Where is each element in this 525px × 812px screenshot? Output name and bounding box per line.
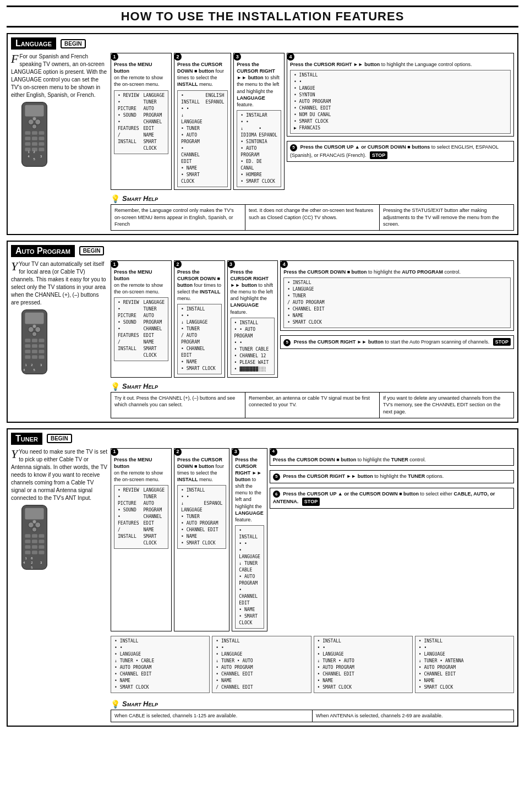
- svg-rect-14: [39, 142, 44, 146]
- svg-rect-58: [25, 545, 30, 549]
- language-smart-help-row: Remember, the Language control only make…: [111, 204, 514, 231]
- auto-screen3: • INSTALL • • AUTO PROGRAM • • • TUNER C…: [231, 318, 275, 375]
- language-begin-badge: BEGIN: [61, 39, 86, 48]
- svg-text:2: 2: [33, 150, 35, 154]
- language-screen2: • INSTALL • • ↓ LANGUAGE • TUNER • AUTO …: [177, 90, 228, 187]
- svg-point-4: [32, 124, 36, 129]
- svg-rect-62: [32, 551, 37, 554]
- auto-smart-help: 💡 Smart Help Try it out. Press the CHANN…: [111, 382, 514, 418]
- tuner-begin-badge: BEGIN: [47, 434, 72, 443]
- tuner-screen2: • INSTALL • • ↓ LANGUAGEESPANOL • TUNER …: [177, 485, 226, 549]
- tuner-top-steps: 1 Press the MENU buttonon the remote to …: [111, 448, 514, 631]
- svg-text:1: 1: [28, 150, 29, 154]
- auto-step-5: 5 Press the CURSOR RIGHT ►► button to st…: [280, 335, 514, 349]
- svg-rect-11: [39, 137, 44, 140]
- svg-point-51: [32, 520, 36, 524]
- tuner-step-1: 1 Press the MENU buttonon the remote to …: [111, 448, 172, 631]
- svg-rect-52: [25, 534, 30, 538]
- remote-image-tuner: 1 6 4 2 3 5: [11, 504, 58, 573]
- svg-rect-33: [32, 344, 37, 348]
- tuner-step-5b: 5 Press the CURSOR RIGHT ►► button to hi…: [270, 470, 514, 483]
- language-intro-text: F For our Spanish and French speaking TV…: [11, 53, 107, 99]
- tuner-smart-help: 💡 Smart Help When CABLE is selected, cha…: [111, 700, 514, 722]
- auto-screen4: • INSTALL • LANGUAGE • TUNER / AUTO PROG…: [283, 277, 511, 328]
- tuner-step-4b: 4 Press the CURSOR DOWN ■ button to high…: [270, 448, 514, 466]
- svg-rect-34: [39, 344, 44, 348]
- language-section-title: Language: [11, 37, 56, 50]
- svg-text:3: 3: [40, 363, 42, 367]
- svg-rect-37: [39, 350, 44, 353]
- auto-program-top-steps: 1 Press the MENU buttonon the remote to …: [111, 260, 514, 378]
- auto-right-col: 4 Press the CURSOR DOWN ■ button to high…: [280, 260, 514, 378]
- svg-rect-24: [25, 312, 43, 324]
- language-steps-container: 1 Press the MENU button on the remote to…: [111, 53, 514, 231]
- svg-text:5: 5: [33, 368, 35, 371]
- tuner-steps-container: 1 Press the MENU buttonon the remote to …: [111, 448, 514, 722]
- auto-step-3: 3 Press the CURSOR RIGHT ►► button to sh…: [227, 260, 278, 378]
- svg-rect-59: [32, 545, 37, 549]
- tuner-intro-text: Y You need to make sure the TV is set to…: [11, 448, 107, 502]
- language-step-5: 5 Press the CURSOR UP ▲ or CURSOR DOWN ■…: [287, 141, 514, 162]
- tuner-left-panel: Y You need to make sure the TV is set to…: [11, 448, 107, 722]
- tuner-screen4: • INSTALL • • • LANGUAGE ↓ TUNER • CABLE…: [111, 636, 210, 693]
- svg-rect-53: [32, 534, 37, 538]
- svg-rect-39: [32, 355, 37, 359]
- svg-text:6: 6: [31, 557, 32, 560]
- tuner-screens-row: • INSTALL • • • LANGUAGE ↓ TUNER • CABLE…: [111, 634, 514, 693]
- remote-image-auto: 1 2 3 4 5: [11, 309, 58, 378]
- svg-rect-29: [25, 339, 30, 342]
- tuner-screen3a: • INSTALL • • • LANGUAGE ↓ TUNER CABLE •…: [235, 525, 264, 629]
- tuner-screen1: • REVIEW • PICTURE • SOUND • FEATURES / …: [114, 485, 168, 549]
- svg-text:3: 3: [40, 561, 42, 564]
- svg-rect-6: [25, 131, 30, 135]
- svg-text:2: 2: [31, 363, 32, 367]
- svg-rect-61: [25, 551, 30, 554]
- language-step-2: 2 Press the CURSOR DOWN ■ button four ti…: [174, 53, 231, 190]
- auto-smart-help-row: Try it out. Press the CHANNEL (+), (–) b…: [111, 392, 514, 418]
- svg-rect-63: [39, 551, 44, 554]
- svg-point-48: [28, 522, 34, 527]
- svg-rect-55: [25, 539, 30, 543]
- svg-point-27: [32, 331, 36, 336]
- tuner-section: Tuner BEGIN Y You need to make sure the …: [7, 428, 518, 727]
- auto-step-1: 1 Press the MENU buttonon the remote to …: [111, 260, 172, 378]
- auto-step-4: 4 Press the CURSOR DOWN ■ button to high…: [280, 260, 514, 331]
- svg-point-26: [35, 326, 41, 332]
- svg-rect-54: [39, 534, 44, 538]
- language-screen4: • INSTALL • • • LANGUE • SYNTON • AUTO P…: [290, 70, 511, 134]
- svg-point-3: [35, 119, 41, 125]
- auto-program-section-title: Auto Program: [11, 245, 75, 257]
- auto-program-section: Auto Program BEGIN Y Your TV can automat…: [7, 241, 518, 423]
- svg-point-28: [32, 324, 36, 328]
- language-smart-help: 💡 Smart Help Remember, the Language cont…: [111, 194, 514, 231]
- auto-screen1: • REVIEW • PICTURE • SOUND • FEATURES / …: [114, 297, 168, 361]
- language-screen1: • REVIEW • PICTURE • SOUND • FEATURES / …: [114, 90, 168, 154]
- svg-point-2: [28, 119, 34, 125]
- svg-rect-30: [32, 339, 37, 342]
- tuner-step-3: 3 Press the CURSOR RIGHT ►► button to sh…: [232, 448, 267, 631]
- svg-rect-31: [39, 339, 44, 342]
- svg-rect-38: [25, 355, 30, 359]
- language-section: Language BEGIN F For our Spanish and Fre…: [7, 33, 518, 235]
- tuner-screen7: • INSTALL • • • LANGUAGE ↓ TUNER • ANTEN…: [415, 636, 514, 693]
- svg-point-5: [32, 117, 36, 121]
- language-top-steps: 1 Press the MENU button on the remote to…: [111, 53, 514, 190]
- svg-rect-47: [25, 508, 43, 519]
- tuner-right-col: 4 Press the CURSOR DOWN ■ button to high…: [270, 448, 514, 631]
- svg-text:1: 1: [25, 363, 26, 367]
- page-title: How to Use the Installation Features: [7, 6, 518, 28]
- svg-point-49: [35, 522, 41, 527]
- tuner-section-title: Tuner: [11, 433, 42, 445]
- svg-rect-1: [25, 105, 43, 117]
- svg-rect-57: [39, 539, 44, 543]
- svg-text:3: 3: [40, 155, 42, 158]
- language-right-col: 4 Press the CURSOR RIGHT ►► button to hi…: [287, 53, 514, 190]
- svg-rect-36: [32, 350, 37, 353]
- auto-program-steps-container: 1 Press the MENU buttonon the remote to …: [111, 260, 514, 418]
- language-step-1: 1 Press the MENU button on the remote to…: [111, 53, 172, 190]
- auto-program-left-panel: Y Your TV can automatically set itself f…: [11, 260, 107, 418]
- language-left-panel: F For our Spanish and French speaking TV…: [11, 53, 107, 231]
- svg-rect-9: [25, 137, 30, 140]
- tuner-screen5: • INSTALL • • • LANGUAGE ↓ TUNER • AUTO …: [212, 636, 311, 693]
- tuner-screen6: • INSTALL • • • LANGUAGE ↓ TUNER • AUTO …: [314, 636, 413, 693]
